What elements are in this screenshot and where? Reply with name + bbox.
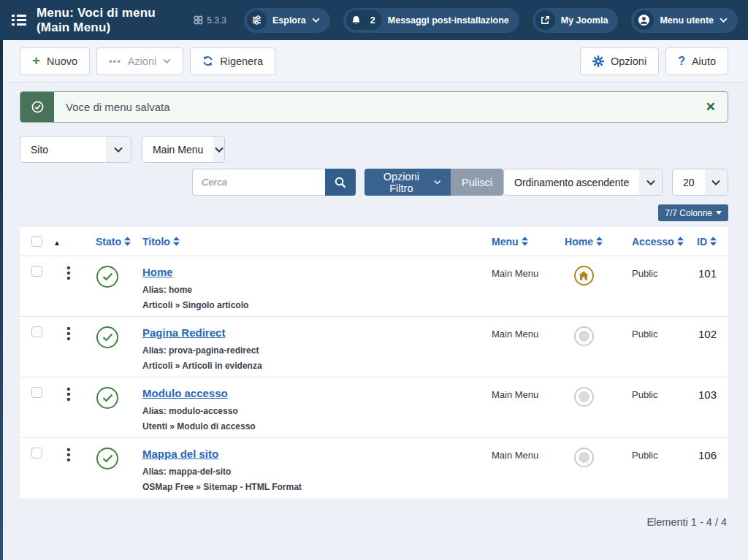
filter-options-label: Opzioni Filtro — [375, 171, 428, 194]
menu-item-alias: Alias: prova-pagina-redirect — [142, 345, 492, 356]
header-status[interactable]: Stato — [96, 236, 131, 248]
search-button[interactable] — [325, 169, 356, 196]
sliders-icon — [247, 10, 267, 30]
menu-item-link[interactable]: Pagina Redirect — [142, 326, 225, 339]
site-select[interactable]: Sito — [20, 136, 131, 163]
ordering-sort-icon[interactable]: ▲ — [53, 239, 61, 247]
menu-item-link[interactable]: Mappa del sito — [142, 448, 218, 460]
menu-item-alias: Alias: mappa-del-sito — [142, 467, 492, 477]
item-id: 102 — [684, 326, 717, 340]
ellipsis-icon: ••• — [109, 55, 121, 66]
user-menu-label: Menu utente — [660, 15, 714, 26]
drag-handle-icon[interactable]: ••• — [53, 266, 84, 280]
sort-order-value: Ordinamento ascendente — [504, 169, 639, 195]
header-access[interactable]: Accesso — [632, 236, 684, 248]
pagination-info: Elementi 1 - 4 / 4 — [20, 516, 728, 528]
menutype-select-value: Main Menu — [142, 137, 213, 162]
menu-item-alias: Alias: modulo-accesso — [142, 406, 492, 416]
menutype-select[interactable]: Main Menu — [142, 136, 225, 163]
home-toggle[interactable] — [550, 266, 617, 285]
access-level: Public — [617, 326, 684, 340]
actions-button[interactable]: ••• Azioni — [96, 47, 183, 75]
post-installation-messages-button[interactable]: 2 Messaggi post-installazione — [343, 8, 519, 33]
refresh-icon — [202, 55, 213, 66]
gear-icon — [592, 55, 604, 67]
sort-group: Ordinamento ascendente 20 — [503, 169, 728, 196]
drag-handle-icon[interactable]: ••• — [53, 448, 84, 462]
actions-label: Azioni — [128, 55, 157, 67]
chevron-down-icon — [434, 180, 440, 185]
row-checkbox[interactable] — [31, 387, 42, 398]
table-header-row: ▲ Stato Titolo Menu — [20, 227, 728, 256]
columns-toggle-button[interactable]: 7/7 Colonne — [658, 204, 728, 221]
options-button[interactable]: Opzioni — [580, 47, 659, 75]
my-joomla-button[interactable]: My Joomla — [533, 8, 619, 33]
drag-handle-icon[interactable]: ••• — [53, 387, 84, 402]
help-button[interactable]: ? Aiuto — [665, 47, 728, 75]
status-published-icon[interactable] — [96, 387, 118, 409]
menu-item-link[interactable]: Modulo accesso — [142, 387, 228, 399]
search-group — [192, 169, 356, 196]
plus-icon: + — [32, 53, 40, 67]
search-input[interactable] — [192, 169, 325, 196]
search-icon — [335, 177, 346, 188]
menu-item-type: Articoli » Singolo articolo — [142, 300, 492, 310]
version-text: 5.3.3 — [207, 15, 226, 26]
home-unset-icon — [574, 448, 594, 467]
clear-button[interactable]: Pulisci — [451, 169, 503, 196]
header-home[interactable]: Home — [565, 236, 603, 248]
row-checkbox[interactable] — [31, 448, 42, 459]
external-link-icon — [535, 10, 555, 30]
table-row: ••• Pagina Redirect Alias: prova-pagina-… — [20, 317, 728, 377]
search-filter-row: Opzioni Filtro Pulisci Ordinamento ascen… — [20, 169, 728, 196]
home-toggle[interactable] — [550, 387, 617, 407]
header-id[interactable]: ID — [697, 236, 717, 248]
item-id: 103 — [684, 387, 717, 401]
header-menu[interactable]: Menu — [492, 236, 528, 248]
explore-button[interactable]: Esplora — [244, 8, 330, 33]
list-limit-select[interactable]: 20 — [672, 169, 728, 196]
menu-item-link[interactable]: Home — [142, 266, 173, 278]
home-unset-icon — [574, 326, 594, 346]
filter-options-button[interactable]: Opzioni Filtro — [365, 169, 451, 196]
status-published-icon[interactable] — [96, 448, 118, 469]
rebuild-button[interactable]: Rigenera — [190, 47, 275, 75]
status-published-icon[interactable] — [96, 326, 118, 348]
chevron-down-icon — [163, 58, 171, 64]
home-default-icon — [574, 266, 594, 285]
access-level: Public — [617, 387, 684, 400]
row-checkbox[interactable] — [31, 326, 42, 337]
user-menu-button[interactable]: Menu utente — [631, 8, 738, 33]
chevron-down-icon — [312, 18, 320, 23]
caret-down-icon — [716, 211, 722, 215]
columns-label: 7/7 Colonne — [665, 208, 712, 218]
select-all-checkbox[interactable] — [31, 236, 42, 247]
columns-row: 7/7 Colonne — [20, 204, 728, 221]
header-title[interactable]: Titolo — [142, 236, 180, 248]
chevron-down-icon — [213, 137, 224, 162]
list-limit-value: 20 — [673, 169, 705, 195]
row-checkbox[interactable] — [31, 266, 42, 277]
home-toggle[interactable] — [550, 326, 617, 346]
alert-message: Voce di menu salvata — [54, 101, 694, 113]
home-unset-icon — [574, 387, 594, 407]
drag-handle-icon[interactable]: ••• — [53, 326, 84, 341]
success-alert: Voce di menu salvata ✕ — [20, 91, 728, 123]
new-label: Nuovo — [47, 55, 77, 67]
menu-name: Main Menu — [492, 448, 550, 461]
joomla-version: 5.3.3 — [194, 15, 226, 26]
item-id: 101 — [684, 266, 717, 280]
menu-item-type: Utenti » Modulo di accesso — [142, 421, 492, 431]
new-button[interactable]: + Nuovo — [20, 47, 90, 75]
table-row: ••• Mappa del sito Alias: mappa-del-sito… — [20, 438, 728, 499]
home-toggle[interactable] — [550, 448, 617, 467]
page-title: Menu: Voci di menu (Main Menu) — [37, 6, 179, 35]
menu-list-icon[interactable] — [12, 15, 26, 26]
status-published-icon[interactable] — [96, 266, 118, 288]
sort-icon — [522, 237, 528, 246]
alert-close-button[interactable]: ✕ — [694, 101, 728, 113]
sort-order-select[interactable]: Ordinamento ascendente — [503, 169, 663, 196]
filter-buttons: Opzioni Filtro Pulisci — [365, 169, 503, 196]
explore-label: Esplora — [272, 15, 306, 26]
messages-count-badge: 2 — [370, 15, 375, 26]
